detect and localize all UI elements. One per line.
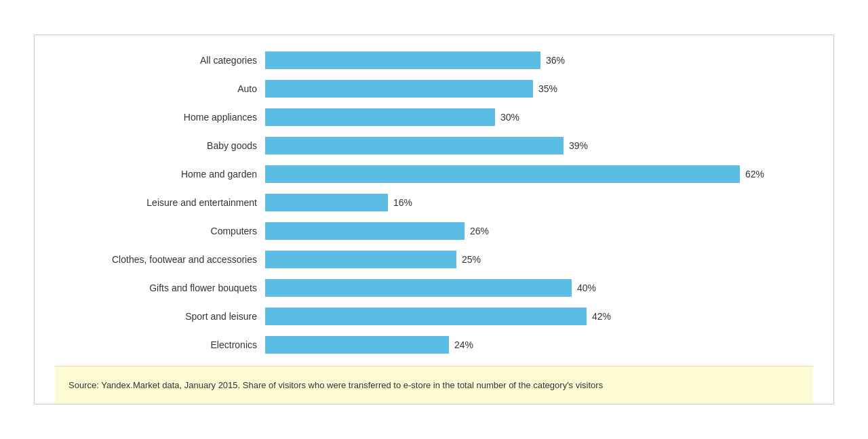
bar-label: Sport and leisure: [55, 311, 265, 322]
chart-container: All categories36%Auto35%Home appliances3…: [34, 35, 834, 405]
bar-row: Gifts and flower bouquets40%: [55, 276, 813, 299]
bar-row: Computers26%: [55, 220, 813, 243]
bar-pct: 24%: [454, 339, 473, 350]
bar-label: Leisure and entertainment: [55, 197, 265, 208]
bar-label: Auto: [55, 83, 265, 94]
bar-pct: 26%: [470, 226, 489, 236]
bar-pct: 62%: [745, 169, 764, 180]
footnote-text: Source: Yandex.Market data, January 2015…: [68, 380, 603, 390]
bar-track: 30%: [265, 108, 813, 126]
bar-fill: [265, 165, 740, 183]
bar-row: Auto35%: [55, 77, 813, 100]
bar-label: Baby goods: [55, 140, 265, 151]
bar-row: Clothes, footwear and accessories25%: [55, 248, 813, 271]
bar-pct: 30%: [500, 112, 519, 123]
bar-pct: 36%: [546, 55, 565, 66]
bar-label: Electronics: [55, 339, 265, 350]
bar-row: Leisure and entertainment16%: [55, 191, 813, 214]
footnote: Source: Yandex.Market data, January 2015…: [55, 366, 813, 404]
bar-label: Clothes, footwear and accessories: [55, 254, 265, 265]
bar-track: 40%: [265, 279, 813, 297]
bar-pct: 25%: [462, 254, 481, 265]
bar-label: Computers: [55, 226, 265, 236]
bar-track: 62%: [265, 165, 813, 183]
bar-track: 39%: [265, 137, 813, 154]
bar-pct: 39%: [569, 140, 588, 151]
bar-pct: 35%: [538, 83, 557, 94]
bar-row: Home appliances30%: [55, 106, 813, 129]
bar-label: All categories: [55, 55, 265, 66]
bar-fill: [265, 108, 495, 126]
bar-track: 24%: [265, 336, 813, 354]
bar-row: Home and garden62%: [55, 163, 813, 186]
bar-pct: 42%: [592, 311, 611, 322]
bar-track: 16%: [265, 194, 813, 211]
bar-fill: [265, 137, 564, 154]
bar-fill: [265, 279, 572, 297]
bar-pct: 16%: [393, 197, 412, 208]
bar-fill: [265, 336, 449, 354]
bar-track: 35%: [265, 80, 813, 98]
bar-row: Baby goods39%: [55, 134, 813, 157]
bar-track: 42%: [265, 308, 813, 325]
bar-track: 25%: [265, 251, 813, 268]
bar-label: Home appliances: [55, 112, 265, 123]
bar-pct: 40%: [577, 283, 596, 293]
bar-row: Electronics24%: [55, 333, 813, 356]
bar-fill: [265, 251, 456, 268]
chart-area: All categories36%Auto35%Home appliances3…: [55, 49, 813, 356]
bar-label: Home and garden: [55, 169, 265, 180]
bar-fill: [265, 80, 533, 98]
bar-row: Sport and leisure42%: [55, 305, 813, 328]
bar-fill: [265, 308, 587, 325]
bar-track: 26%: [265, 222, 813, 240]
bar-row: All categories36%: [55, 49, 813, 72]
bar-fill: [265, 51, 540, 69]
bar-fill: [265, 222, 465, 240]
bar-label: Gifts and flower bouquets: [55, 283, 265, 293]
bar-fill: [265, 194, 388, 211]
bar-track: 36%: [265, 51, 813, 69]
